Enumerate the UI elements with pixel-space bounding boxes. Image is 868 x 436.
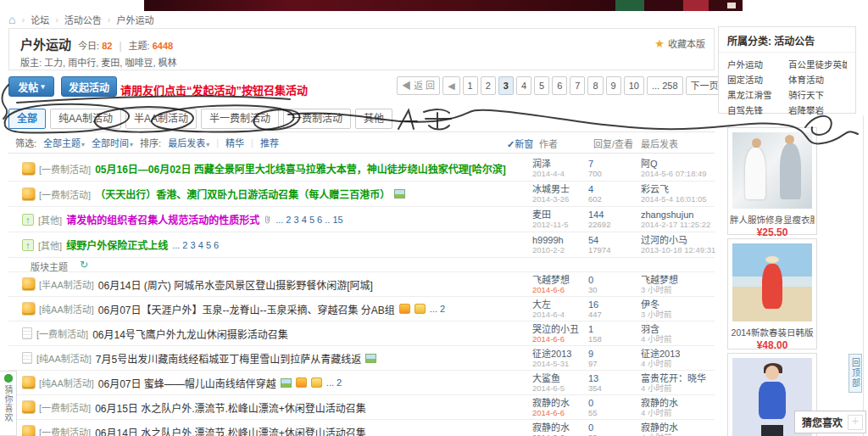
back-button[interactable]: ◀ 返 回 [397,76,440,95]
thread-type-tag[interactable]: [一费制活动] [36,327,88,340]
tab-all[interactable]: 全部 [8,109,46,129]
thread-type-tag[interactable]: [一费制活动] [39,187,91,201]
page-1[interactable]: 1 [463,76,478,95]
expand-button[interactable]: ＋ [848,415,863,430]
thread-author-link[interactable]: 哭泣的小丑 [532,324,590,334]
thread-type-tag[interactable]: [半AA制活动] [39,277,94,291]
guess-you-like-side-tab[interactable]: 猜你喜欢 [0,371,17,436]
thread-pagination[interactable]: ... 2 [430,304,445,314]
filter-time-dropdown[interactable]: 全部时间▾ [92,136,133,149]
tab-other[interactable]: 其他 [355,109,392,129]
last-post-time[interactable]: 4 小时前 [641,334,715,344]
last-poster-link[interactable]: 伊冬 [641,299,715,310]
recommend-filter[interactable]: 推荐 [260,136,279,149]
thread-author-link[interactable]: 润泽 [532,159,590,169]
breadcrumb-category[interactable]: 活动公告 [64,13,102,26]
thread-title-link[interactable]: 06月07日【天涯户外】玉泉--龙脊山--玉泉采摘、穿越召集 分AB组 [98,302,395,316]
thread-type-tag[interactable]: [纯AA制活动] [39,302,94,316]
reply-count-link[interactable]: 144 [588,210,636,220]
product-image[interactable] [732,132,812,209]
thread-type-tag[interactable]: [纯AA制活动] [39,376,94,389]
last-post-time[interactable]: 2013-10-18 12:49:31 [641,245,715,254]
category-link[interactable]: 户外运动 [727,58,782,70]
filter-type-dropdown[interactable]: 全部主题▾ [43,136,85,149]
last-poster-link[interactable]: 阿Q [641,159,715,169]
thread-title-link[interactable]: 06月14日 (周六) 阿城吊水壶风景区登山摄影野餐休闲游[阿城] [98,277,373,292]
product-image[interactable] [732,243,812,321]
category-link[interactable]: 体育活动 [788,73,847,86]
breadcrumb-forum[interactable]: 论坛 [31,13,49,26]
last-poster-link[interactable]: 富贵花开：晓华 [641,373,715,383]
reply-count-link[interactable]: 4 [588,184,636,194]
last-post-time[interactable]: 4 小时前 [641,359,715,368]
reply-count-link[interactable]: 54 [588,235,636,245]
page-8[interactable]: 8 [587,76,603,95]
page-2[interactable]: 2 [481,76,496,95]
last-post-time[interactable]: 3 小时前 [641,310,715,319]
thread-author-link[interactable]: h9999h [532,235,590,245]
tab-half-fee[interactable]: 半一费制活动 [201,109,279,129]
page-7[interactable]: 7 [570,76,585,95]
favorite-forum-button[interactable]: ★ 收藏本版 [654,36,705,50]
thread-pagination[interactable]: ... 2 [326,377,342,388]
thread-author-link[interactable]: 寂静的水 [532,422,590,433]
page-3-current[interactable]: 3 [498,76,514,95]
page-jump[interactable]: ... 258 [647,76,683,95]
thread-title-link[interactable]: 06月07日 蜜蜂——帽儿山南线结伴穿越 [98,376,276,390]
reply-count-link[interactable]: 0 [588,275,636,285]
last-poster-link[interactable]: 寂静的水 [641,422,715,433]
last-poster-link[interactable]: 彩云飞 [641,184,715,194]
last-post-time[interactable]: 4 小时前 [641,408,715,417]
reply-count-link[interactable]: 0 [588,398,636,408]
last-post-time[interactable]: 2014-5-4 16:01:05 [641,194,715,204]
ad-product-card[interactable]: 2014新款春装日韩版 ¥48.00 [727,238,817,349]
tab-pure-aa[interactable]: 纯AA制活动 [50,109,121,129]
category-link[interactable]: 百公里徒步英雄会 [788,58,847,70]
thread-title-link[interactable]: 06月14号飞鹰户外九龙山休闲摄影活动召集 [92,327,288,341]
last-poster-link[interactable]: 羽含 [641,324,715,334]
thread-title-link[interactable]: （天天出行）香港、澳门双卧九日游活动召集（每人赠三百港币） [95,187,390,201]
category-link[interactable]: 岩降攀岩 [788,103,847,116]
thread-author-link[interactable]: 麦田 [532,210,590,220]
last-poster-link[interactable]: zhangshujun [641,210,715,220]
start-activity-button[interactable]: 发起活动 [61,76,117,97]
thread-type-tag[interactable]: [其他] [38,213,62,226]
category-link[interactable]: 骑行天下 [788,88,847,101]
home-icon[interactable]: ⌂ [8,15,15,25]
reply-count-link[interactable]: 7 [588,159,636,169]
thread-type-tag[interactable]: [一费制活动] [39,425,91,436]
last-poster-link[interactable]: 过河的小马 [641,235,715,245]
last-post-time[interactable]: 2014-2-17 11:25:22 [641,220,715,229]
page-9[interactable]: 9 [606,76,621,95]
page-4[interactable]: 4 [516,76,531,95]
back-to-top-button[interactable]: 回顶部 [849,354,862,393]
thread-author-link[interactable]: 大左 [532,299,590,310]
reply-count-link[interactable]: 0 [588,422,636,433]
page-6[interactable]: 6 [552,76,567,95]
breadcrumb-current[interactable]: 户外运动 [116,13,153,26]
tab-one-fee[interactable]: 一费制活动 [283,109,351,129]
thread-author-link[interactable]: 大鲨鱼 [532,373,590,383]
thread-title-link[interactable]: 05月16日—06月02日 西藏全景阿里大北线喜马拉雅大本营，神山徒步绕山独家代… [95,161,506,176]
product-name[interactable]: 2014新款春装日韩版 [730,326,815,338]
thread-author-link[interactable]: 征途2013 [532,349,590,359]
tab-half-aa[interactable]: 半AA制活动 [125,109,197,129]
reply-count-link[interactable]: 16 [588,299,636,310]
digest-filter[interactable]: 精华 [225,136,244,149]
reply-count-link[interactable]: 9 [588,349,636,359]
refresh-icon[interactable]: ↻ [80,259,88,271]
new-post-button[interactable]: 发帖▾ [8,76,54,97]
thread-type-tag[interactable]: [一费制活动] [39,162,91,176]
thread-author-link[interactable]: 冰城男士 [532,184,590,194]
product-name[interactable]: 胖人服饰修身显瘦衣服 [730,213,815,226]
page-10[interactable]: 10 [624,76,644,95]
thread-title-link[interactable]: 7月5号出发川藏南线经稻城亚丁梅里雪山到拉萨从青藏线返 [96,351,361,366]
thread-author-link[interactable]: 飞越梦想 [532,275,590,285]
thread-title-link[interactable]: 06月14日 水之队户外.漂流节.松峰山漂流+休闲登山活动召集 [95,425,366,436]
last-post-time[interactable]: 2014-5-6 07:18:49 [641,169,715,178]
last-poster-link[interactable]: 飞越梦想 [641,275,715,285]
last-poster-link[interactable]: 寂静的水 [641,398,715,408]
thread-type-tag[interactable]: [一费制活动] [39,400,91,414]
thread-pagination[interactable]: ... 2 3 4 5 6 [172,240,219,250]
thread-author-link[interactable]: 寂静的水 [532,398,590,408]
